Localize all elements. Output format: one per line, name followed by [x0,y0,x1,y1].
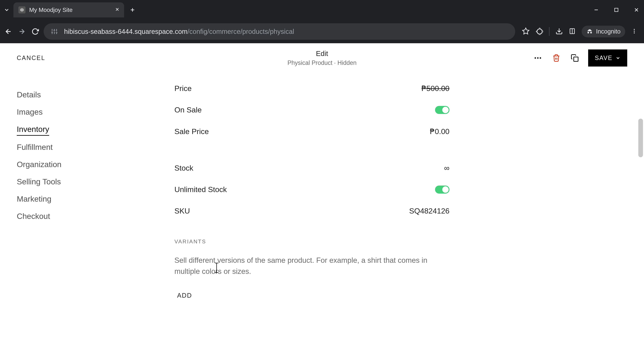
bookmark-button[interactable] [522,27,530,36]
save-label: SAVE [595,54,612,61]
page-title: Edit [288,50,356,58]
svg-marker-19 [522,28,529,34]
trash-icon [552,54,560,62]
plus-icon [130,7,136,13]
variants-description: Sell different versions of the same prod… [174,255,436,277]
on-sale-toggle[interactable] [435,106,450,114]
toolbar-right: Incognito [518,26,641,37]
maximize-icon [614,7,619,12]
svg-point-24 [634,31,635,32]
app-header: CANCEL Edit Physical Product · Hidden SA… [0,43,644,72]
copy-icon [571,54,579,62]
svg-point-27 [537,57,538,59]
unlimited-stock-row: Unlimited Stock [174,179,450,200]
stock-label: Stock [174,164,193,172]
more-horizontal-icon [534,54,542,62]
tab-search-dropdown[interactable] [2,5,12,15]
reader-button[interactable] [569,28,576,35]
new-tab-button[interactable] [128,5,138,15]
reader-icon [569,28,576,34]
chevron-down-icon [4,7,10,13]
stock-row[interactable]: Stock ∞ [174,157,450,179]
sidebar-item-selling-tools[interactable]: Selling Tools [17,173,174,190]
forward-button[interactable] [17,26,27,36]
variants-heading: VARIANTS [174,239,450,245]
svg-point-23 [634,29,635,30]
downloads-button[interactable] [556,27,563,35]
sku-value: SQ4824126 [409,207,450,215]
url-input[interactable]: hibiscus-seabass-6444.squarespace.com/co… [44,23,515,40]
stock-value: ∞ [444,164,450,172]
puzzle-icon [536,27,543,35]
incognito-badge[interactable]: Incognito [582,26,625,37]
delete-button[interactable] [551,53,561,63]
reload-icon [32,28,39,35]
sku-row[interactable]: SKU SQ4824126 [174,200,450,222]
svg-rect-29 [574,57,578,61]
price-value: ₱500.00 [422,84,450,93]
sale-price-value: ₱0.00 [430,127,450,136]
sku-label: SKU [174,207,190,215]
tab-title: My Moodjoy Site [29,6,72,13]
svg-rect-5 [615,8,618,11]
unlimited-stock-label: Unlimited Stock [174,185,227,194]
url-path: /config/commerce/products/physical [188,28,294,35]
on-sale-row: On Sale [174,99,450,121]
svg-point-28 [540,57,541,59]
sidebar-item-details[interactable]: Details [17,86,174,103]
svg-point-26 [534,57,536,59]
cancel-button[interactable]: CANCEL [17,54,45,61]
add-variant-button[interactable]: ADD [174,290,195,301]
sidebar-item-images[interactable]: Images [17,103,174,120]
duplicate-button[interactable] [570,53,580,63]
favicon-icon [18,6,26,13]
page-subtitle: Physical Product · Hidden [288,59,356,66]
extensions-button[interactable] [536,27,543,35]
browser-tab[interactable]: My Moodjoy Site [14,2,124,17]
incognito-label: Incognito [596,28,620,35]
toolbar-divider [549,27,550,36]
text-cursor-icon [216,263,217,272]
chevron-down-icon [616,55,620,60]
sale-price-label: Sale Price [174,127,209,136]
unlimited-stock-toggle[interactable] [435,186,450,194]
site-settings-icon[interactable] [50,27,58,35]
sidebar-item-marketing[interactable]: Marketing [17,190,174,207]
more-actions-button[interactable] [533,53,543,63]
close-icon [115,7,120,12]
content: Price ₱500.00 On Sale Sale Price ₱0.00 S… [174,76,450,362]
sidebar: Details Images Inventory Fulfillment Org… [17,76,174,362]
window-minimize-button[interactable] [592,6,600,14]
back-button[interactable] [3,26,14,36]
svg-point-25 [634,32,635,33]
url-host: hibiscus-seabass-6444.squarespace.com [64,28,188,35]
sidebar-item-organization[interactable]: Organization [17,156,174,173]
sidebar-item-fulfillment[interactable]: Fulfillment [17,138,174,156]
tab-close-button[interactable] [115,6,120,13]
download-icon [556,27,563,35]
incognito-icon [586,28,593,35]
header-title-block: Edit Physical Product · Hidden [288,50,356,66]
window-maximize-button[interactable] [612,6,620,14]
sidebar-item-checkout[interactable]: Checkout [17,207,174,225]
header-actions: SAVE [533,49,627,66]
tab-bar: My Moodjoy Site [0,0,644,20]
address-bar: hibiscus-seabass-6444.squarespace.com/co… [0,20,644,43]
more-vertical-icon [631,28,637,34]
price-row[interactable]: Price ₱500.00 [174,78,450,99]
sidebar-item-inventory[interactable]: Inventory [17,120,49,136]
sale-price-row[interactable]: Sale Price ₱0.00 [174,121,450,142]
window-close-button[interactable] [632,6,641,14]
on-sale-label: On Sale [174,106,202,114]
close-icon [634,7,640,13]
browser-menu-button[interactable] [631,28,637,35]
app-body: Details Images Inventory Fulfillment Org… [0,72,644,362]
browser-chrome: My Moodjoy Site [0,0,644,43]
star-icon [522,27,530,35]
tune-icon [51,28,58,35]
minimize-icon [593,7,599,13]
reload-button[interactable] [30,26,40,36]
save-button[interactable]: SAVE [588,49,627,66]
window-controls [592,0,641,20]
arrow-right-icon [18,28,26,35]
